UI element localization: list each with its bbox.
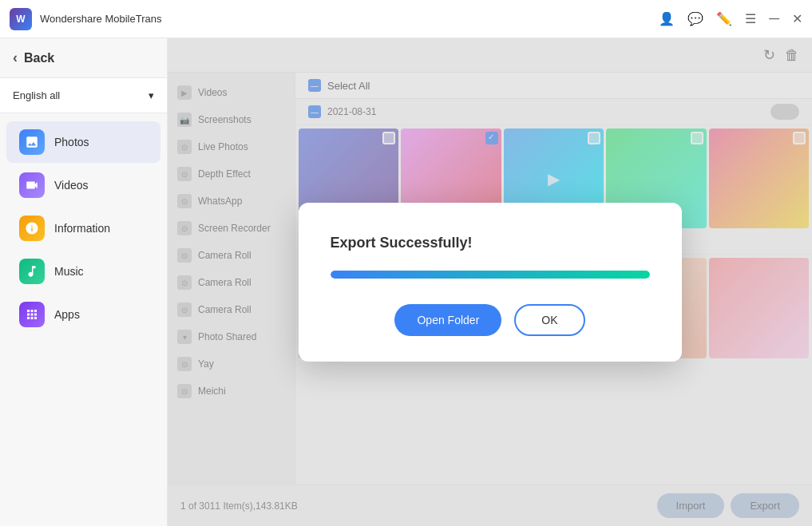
ok-button[interactable]: OK [514,304,584,336]
music-icon [19,259,45,284]
modal-overlay: Export Successfully! Open Folder OK [168,38,812,526]
apps-icon [19,302,45,327]
menu-icon[interactable]: ☰ [745,11,756,26]
minimize-icon[interactable]: ─ [769,10,779,27]
sidebar-item-information[interactable]: Information [6,208,160,249]
dialog-buttons: Open Folder OK [331,304,650,336]
back-label: Back [24,51,54,65]
profile-icon[interactable]: 👤 [659,11,675,26]
apps-label: Apps [54,308,80,321]
export-success-dialog: Export Successfully! Open Folder OK [299,203,682,362]
sidebar-item-music[interactable]: Music [6,251,160,292]
sidebar: ‹ Back English all ▾ Photos Videos [0,38,168,526]
close-icon[interactable]: ✕ [792,11,802,26]
chevron-down-icon: ▾ [149,89,154,101]
content-area: ↻ 🗑 ▶ Videos 📷 Screenshots ⊙ Live Photos [168,38,812,526]
app-title: Wondershare MobileTrans [40,13,161,25]
back-button[interactable]: ‹ Back [0,38,167,78]
sidebar-item-photos[interactable]: Photos [6,121,160,163]
back-arrow-icon: ‹ [13,49,18,66]
music-label: Music [54,265,84,278]
information-icon [19,216,45,241]
videos-icon [19,172,45,198]
progress-bar-container [331,271,650,279]
nav-items: Photos Videos Information [0,113,167,343]
open-folder-button[interactable]: Open Folder [394,304,501,336]
window-controls: 👤 💬 ✏️ ☰ ─ ✕ [659,10,802,27]
progress-bar-fill [331,271,650,279]
language-dropdown[interactable]: English all ▾ [0,78,167,113]
dropdown-label: English all [13,89,60,101]
message-icon[interactable]: 💬 [687,11,703,26]
videos-label: Videos [54,179,89,192]
app-body: ‹ Back English all ▾ Photos Videos [0,38,812,526]
photos-label: Photos [54,136,89,148]
sidebar-item-videos[interactable]: Videos [6,164,160,206]
app-logo: W [10,8,32,30]
information-label: Information [54,222,110,235]
photos-icon [19,129,45,155]
title-bar: W Wondershare MobileTrans 👤 💬 ✏️ ☰ ─ ✕ [0,0,812,38]
sidebar-item-apps[interactable]: Apps [6,294,160,335]
edit-icon[interactable]: ✏️ [716,11,732,26]
dialog-title: Export Successfully! [331,235,650,251]
